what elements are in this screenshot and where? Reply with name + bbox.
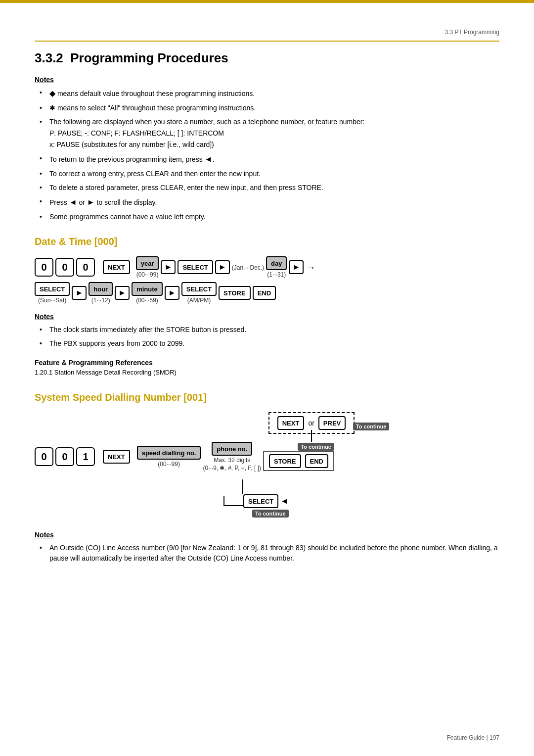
am-pm-sub: (AM/PM) (187, 297, 211, 304)
notes-intro-list: ◆ means default value throughout these p… (40, 88, 499, 222)
phone-max: Max. 32 digits (214, 457, 250, 464)
list-item: To return to the previous programming it… (40, 153, 499, 165)
key-end: END (253, 286, 276, 300)
key-next-main: NEXT (103, 450, 130, 464)
key-next: NEXT (103, 260, 130, 274)
arrow-right2: ► (215, 260, 230, 274)
arrow-right1: ► (161, 260, 176, 274)
speed-dialling-heading: System Speed Dialling Number [001] (35, 392, 499, 403)
key-day: day (266, 256, 287, 270)
notes-intro-block: Notes ◆ means default value throughout t… (35, 76, 499, 222)
key-0b: 0 (55, 258, 74, 277)
select-row: SELECT ◄ To continue (222, 479, 499, 517)
hour-sub: (1···12) (91, 297, 110, 304)
key-0a: 0 (35, 258, 53, 277)
key-select-speed: SELECT (243, 494, 278, 508)
arrow-right5: ► (115, 286, 130, 300)
list-item: An Outside (CO) Line Access number (9/0 … (40, 543, 499, 564)
phone-digits-range: (0···9, ✱, #, P, −, F, [ ]) (203, 465, 261, 472)
sun-sat-sub: (Sun···Sat) (38, 297, 66, 304)
jan-dec-sub: (Jan.···Dec.) (232, 264, 264, 271)
speed-notes-block: Notes An Outside (CO) Line Access number… (35, 531, 499, 564)
key-phone-no: phone no. (212, 442, 252, 456)
page-title: 3.3.2 Programming Procedures (35, 50, 499, 66)
date-time-notes-list: The clock starts immediately after the S… (40, 325, 499, 349)
speed-dialling-diagram: NEXT or PREV To continue 0 0 1 NEXT (35, 412, 499, 517)
diagram-row1: 0 0 0 NEXT year (00···99) ► SELECT ► (Ja… (35, 256, 499, 278)
date-time-notes-block: Notes The clock starts immediately after… (35, 313, 499, 349)
day-sub: (1···31) (267, 271, 286, 278)
connector-v1 (311, 430, 312, 442)
key-0c: 0 (76, 258, 95, 277)
key-select3: SELECT (181, 282, 217, 296)
arrow-right4: ► (72, 286, 87, 300)
to-continue-store: To continue (298, 443, 334, 451)
list-item: The clock starts immediately after the S… (40, 325, 499, 335)
section-label: 3.3 PT Programming (35, 20, 499, 36)
top-bar (0, 0, 534, 3)
diamond-icon: ◆ (49, 89, 55, 97)
speed-notes-heading: Notes (35, 531, 499, 539)
feature-ref-heading: Feature & Programming References (35, 359, 499, 367)
key-year: year (136, 256, 159, 270)
key-end-speed: END (305, 454, 328, 468)
list-item: ✱ means to select "All" throughout these… (40, 103, 499, 113)
connector-v2 (242, 479, 243, 494)
notes-intro-heading: Notes (35, 76, 499, 84)
footer: Feature Guide | 197 (446, 734, 499, 741)
list-item: The following are displayed when you sto… (40, 117, 499, 150)
key-next-speed: NEXT (277, 416, 305, 430)
year-sub: (00···99) (136, 271, 159, 278)
speed-no-range: (00···99) (158, 461, 180, 468)
speed-main-row: 0 0 1 NEXT speed dialling no. (00···99) … (35, 442, 499, 472)
list-item: To correct a wrong entry, press CLEAR an… (40, 169, 499, 179)
key-store: STORE (219, 286, 251, 300)
or-text: or (308, 419, 314, 427)
list-item: Some programmes cannot have a value left… (40, 212, 499, 222)
to-continue-select: To continue (252, 510, 289, 518)
key-select1: SELECT (178, 260, 213, 274)
asterisk-icon: ✱ (49, 104, 55, 112)
key-0-speed-a: 0 (35, 447, 53, 466)
feature-ref-text: 1.20.1 Station Message Detail Recording … (35, 369, 499, 376)
minute-sub: (00···59) (136, 297, 158, 304)
feature-ref-block: Feature & Programming References 1.20.1 … (35, 359, 499, 376)
key-speed-dialling-no: speed dialling no. (137, 446, 201, 460)
key-minute: minute (132, 282, 163, 296)
list-item: Press ◄ or ► to scroll the display. (40, 196, 499, 208)
list-item: To delete a stored parameter, press CLEA… (40, 183, 499, 193)
to-continue-top: To continue (353, 423, 390, 430)
connector-corner (223, 496, 243, 506)
date-time-notes-heading: Notes (35, 313, 499, 321)
store-end-box: STORE END (263, 451, 334, 471)
key-prev-speed: PREV (318, 416, 346, 430)
key-select-row2: SELECT (35, 282, 70, 296)
key-store-speed: STORE (269, 454, 301, 468)
list-item: ◆ means default value throughout these p… (40, 88, 499, 99)
key-hour: hour (89, 282, 113, 296)
key-1-speed: 1 (76, 447, 95, 466)
arrow-right6: ► (165, 286, 179, 300)
list-item: The PBX supports years from 2000 to 2099… (40, 338, 499, 349)
date-time-heading: Date & Time [000] (35, 236, 499, 247)
date-time-diagram: 0 0 0 NEXT year (00···99) ► SELECT ► (Ja… (35, 256, 499, 304)
key-0-speed-b: 0 (55, 447, 74, 466)
diagram-row2: SELECT (Sun···Sat) ► hour (1···12) ► min… (35, 282, 499, 304)
arrow-right3: ► (289, 260, 304, 274)
speed-notes-list: An Outside (CO) Line Access number (9/0 … (40, 543, 499, 564)
divider (35, 41, 499, 42)
next-prev-row: NEXT or PREV To continue (124, 412, 499, 442)
